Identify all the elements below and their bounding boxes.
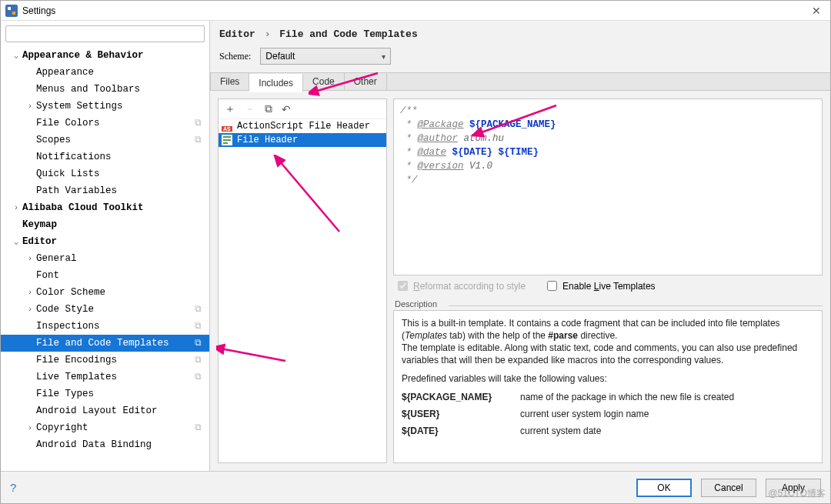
- template-item[interactable]: ASActionScript File Header: [219, 119, 386, 133]
- breadcrumb-root: Editor: [219, 28, 255, 40]
- description-title: Description: [393, 299, 823, 310]
- tab-files[interactable]: Files: [210, 73, 249, 90]
- variable-row: ${USER}current user system login name: [402, 408, 814, 420]
- tree-item[interactable]: ›Alibaba Cloud Toolkit: [1, 199, 209, 216]
- tree-item[interactable]: Menus and Toolbars: [1, 81, 209, 98]
- scheme-value: Default: [265, 51, 295, 62]
- tree-item[interactable]: ›System Settings: [1, 98, 209, 115]
- project-scope-icon: ⧉: [195, 422, 206, 433]
- description-panel: This is a built-in template. It contains…: [393, 310, 823, 463]
- tree-item[interactable]: Font: [1, 267, 209, 284]
- help-icon[interactable]: ?: [10, 481, 16, 494]
- svg-rect-8: [223, 139, 231, 141]
- tree-item[interactable]: ⌄Appearance & Behavior: [1, 47, 209, 64]
- search-input[interactable]: [5, 25, 205, 42]
- breadcrumb-leaf: File and Code Templates: [279, 28, 417, 40]
- breadcrumb-sep: ›: [262, 28, 274, 40]
- tree-item[interactable]: Live Templates⧉: [1, 369, 209, 386]
- app-icon: [5, 5, 18, 17]
- tab-includes[interactable]: Includes: [249, 74, 303, 92]
- project-scope-icon: ⧉: [195, 304, 206, 315]
- file-icon: AS: [222, 121, 232, 132]
- template-editor[interactable]: /** * @Package ${PACKAGE_NAME} * @author…: [393, 98, 823, 275]
- tree-item[interactable]: Appearance: [1, 64, 209, 81]
- dialog-footer: ? OK Cancel Apply: [1, 471, 830, 503]
- project-scope-icon: ⧉: [195, 355, 206, 365]
- project-scope-icon: ⧉: [195, 135, 206, 145]
- tree-item[interactable]: Path Variables: [1, 182, 209, 199]
- settings-sidebar: 🔍 ⌄Appearance & BehaviorAppearanceMenus …: [1, 21, 210, 471]
- tree-item[interactable]: File Types: [1, 386, 209, 402]
- svg-rect-0: [5, 5, 18, 17]
- svg-rect-2: [12, 12, 15, 15]
- tree-item[interactable]: File and Code Templates⧉: [1, 335, 209, 352]
- tree-item[interactable]: ›Copyright⧉: [1, 419, 209, 436]
- revert-icon[interactable]: ↶: [282, 103, 291, 115]
- tree-item[interactable]: Scopes⧉: [1, 132, 209, 149]
- apply-button[interactable]: Apply: [766, 479, 821, 497]
- titlebar: Settings ✕: [1, 1, 830, 21]
- tree-item[interactable]: Keymap: [1, 216, 209, 233]
- tree-item[interactable]: ›General: [1, 250, 209, 267]
- cancel-button[interactable]: Cancel: [701, 479, 756, 497]
- tree-item[interactable]: Notifications: [1, 149, 209, 165]
- tree-item[interactable]: Android Data Binding: [1, 436, 209, 453]
- tab-other[interactable]: Other: [345, 73, 387, 90]
- remove-icon[interactable]: －: [245, 102, 255, 116]
- svg-rect-9: [223, 142, 228, 144]
- settings-main: Editor › File and Code Templates Scheme:…: [210, 21, 830, 471]
- project-scope-icon: ⧉: [195, 338, 206, 349]
- svg-rect-1: [8, 7, 11, 10]
- template-list[interactable]: ASActionScript File HeaderFile Header: [219, 119, 386, 462]
- template-item[interactable]: File Header: [219, 133, 386, 147]
- chevron-down-icon: ▾: [382, 52, 385, 61]
- add-icon[interactable]: ＋: [225, 102, 235, 116]
- tree-item[interactable]: Quick Lists: [1, 165, 209, 182]
- settings-window: Settings ✕ 🔍 ⌄Appearance & BehaviorAppea…: [0, 0, 831, 504]
- breadcrumb: Editor › File and Code Templates: [210, 21, 830, 43]
- project-scope-icon: ⧉: [195, 321, 206, 332]
- tab-code[interactable]: Code: [303, 73, 345, 90]
- template-toolbar: ＋ － ⧉ ↶: [219, 99, 386, 119]
- file-icon: [222, 135, 232, 145]
- project-scope-icon: ⧉: [195, 372, 206, 382]
- tree-item[interactable]: ⌄Editor: [1, 233, 209, 250]
- project-scope-icon: ⧉: [195, 118, 206, 129]
- template-list-panel: ＋ － ⧉ ↶ ASActionScript File HeaderFile H…: [218, 98, 387, 463]
- ok-button[interactable]: OK: [636, 479, 692, 497]
- settings-tree[interactable]: ⌄Appearance & BehaviorAppearanceMenus an…: [1, 47, 209, 471]
- tree-item[interactable]: Inspections⧉: [1, 318, 209, 335]
- variable-row: ${DATE}current system date: [402, 425, 814, 437]
- variable-row: ${PACKAGE_NAME}name of the package in wh…: [402, 391, 814, 403]
- template-tabs: FilesIncludesCodeOther: [210, 72, 830, 91]
- svg-rect-7: [223, 136, 231, 138]
- tree-item[interactable]: File Colors⧉: [1, 115, 209, 132]
- tree-item[interactable]: Android Layout Editor: [1, 402, 209, 419]
- tree-item[interactable]: ›Code Style⧉: [1, 301, 209, 318]
- svg-text:AS: AS: [223, 126, 231, 132]
- window-title: Settings: [22, 5, 55, 16]
- tree-item[interactable]: ›Color Scheme: [1, 284, 209, 301]
- scheme-select[interactable]: Default ▾: [260, 48, 391, 65]
- copy-icon[interactable]: ⧉: [265, 102, 272, 115]
- close-icon[interactable]: ✕: [807, 5, 826, 17]
- scheme-label: Scheme:: [219, 51, 251, 62]
- tree-item[interactable]: File Encodings⧉: [1, 352, 209, 369]
- enable-live-templates-checkbox[interactable]: Enable Live Templates: [544, 279, 656, 293]
- reformat-checkbox[interactable]: RReformat according to styleeformat acco…: [395, 279, 526, 293]
